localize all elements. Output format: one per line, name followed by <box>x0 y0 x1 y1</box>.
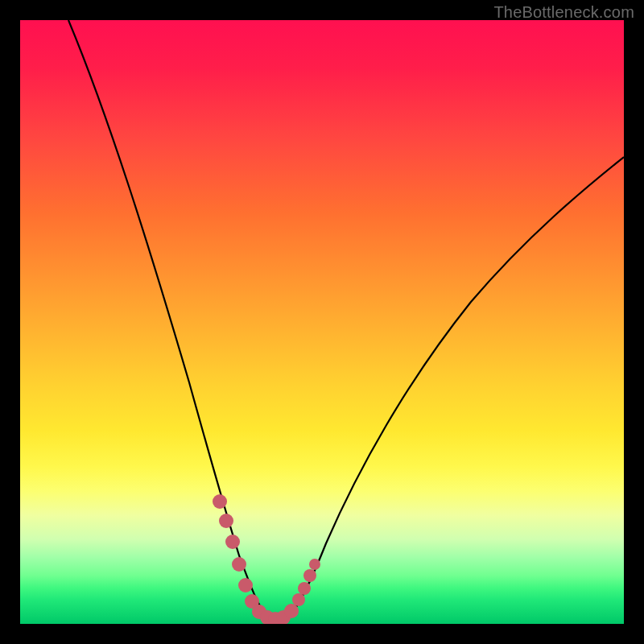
svg-point-11 <box>292 593 305 606</box>
curve-overlay <box>20 20 624 624</box>
svg-point-3 <box>232 557 246 572</box>
svg-point-2 <box>225 535 240 549</box>
svg-point-13 <box>303 569 316 582</box>
svg-point-1 <box>219 514 233 528</box>
svg-point-10 <box>284 604 299 618</box>
plot-area <box>20 20 624 624</box>
svg-point-12 <box>298 582 311 595</box>
bottleneck-curve-path <box>68 20 624 621</box>
svg-point-14 <box>309 559 320 570</box>
watermark-text: TheBottleneck.com <box>493 3 634 22</box>
optimal-region-dots <box>213 494 320 624</box>
svg-point-4 <box>238 578 253 592</box>
svg-point-0 <box>213 494 227 509</box>
